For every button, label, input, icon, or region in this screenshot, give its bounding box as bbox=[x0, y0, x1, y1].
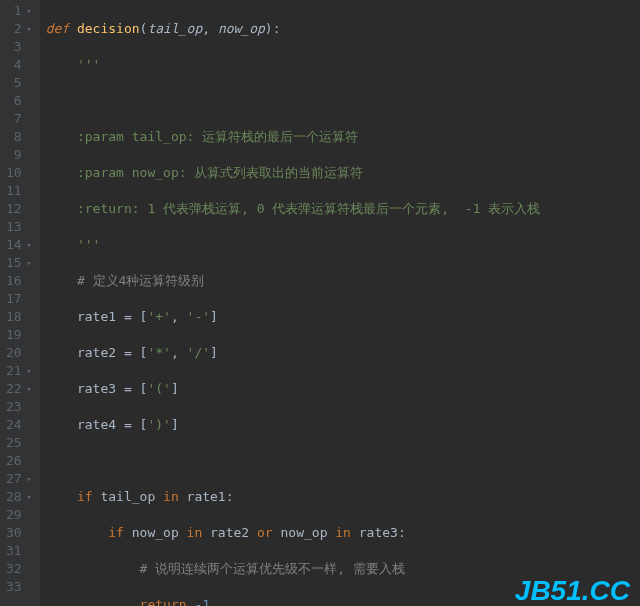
fold-icon[interactable]: ▾ bbox=[24, 488, 32, 506]
line-number: 22 bbox=[6, 380, 22, 398]
gutter-line: 29 bbox=[6, 506, 32, 524]
fold-icon[interactable]: ▾ bbox=[24, 362, 32, 380]
fold-icon[interactable]: ▾ bbox=[24, 236, 32, 254]
gutter-line: 11 bbox=[6, 182, 32, 200]
line-number: 17 bbox=[6, 290, 22, 308]
fold-icon[interactable]: ▾ bbox=[24, 20, 32, 38]
code-line: if tail_op in rate1: bbox=[46, 488, 541, 506]
line-number: 32 bbox=[6, 560, 22, 578]
gutter-line: 4 bbox=[6, 56, 32, 74]
line-number: 30 bbox=[6, 524, 22, 542]
code-line: def decision(tail_op, now_op): bbox=[46, 20, 541, 38]
code-line: :return: 1 代表弹栈运算, 0 代表弹运算符栈最后一个元素, -1 表… bbox=[46, 200, 541, 218]
line-number: 10 bbox=[6, 164, 22, 182]
code-line: rate2 = ['*', '/'] bbox=[46, 344, 541, 362]
line-number: 23 bbox=[6, 398, 22, 416]
gutter-line: 21▾ bbox=[6, 362, 32, 380]
line-number: 3 bbox=[14, 38, 22, 56]
code-line: rate1 = ['+', '-'] bbox=[46, 308, 541, 326]
line-number: 24 bbox=[6, 416, 22, 434]
fold-icon[interactable]: ▾ bbox=[24, 254, 32, 272]
fold-icon[interactable]: ▾ bbox=[24, 2, 32, 20]
line-number: 13 bbox=[6, 218, 22, 236]
gutter-line: 12 bbox=[6, 200, 32, 218]
gutter-line: 1▾ bbox=[6, 2, 32, 20]
code-line: rate3 = ['('] bbox=[46, 380, 541, 398]
gutter-line: 20 bbox=[6, 344, 32, 362]
gutter-line: 33 bbox=[6, 578, 32, 596]
line-number: 8 bbox=[14, 128, 22, 146]
gutter-line: 10 bbox=[6, 164, 32, 182]
gutter-line: 30 bbox=[6, 524, 32, 542]
line-number: 20 bbox=[6, 344, 22, 362]
line-number: 14 bbox=[6, 236, 22, 254]
line-number: 5 bbox=[14, 74, 22, 92]
gutter-line: 18 bbox=[6, 308, 32, 326]
code-line: :param tail_op: 运算符栈的最后一个运算符 bbox=[46, 128, 541, 146]
gutter-line: 32 bbox=[6, 560, 32, 578]
line-number: 7 bbox=[14, 110, 22, 128]
code-editor: 1▾2▾34567891011121314▾15▾161718192021▾22… bbox=[0, 0, 640, 606]
line-number: 4 bbox=[14, 56, 22, 74]
gutter-line: 31 bbox=[6, 542, 32, 560]
gutter-line: 22▾ bbox=[6, 380, 32, 398]
line-number: 29 bbox=[6, 506, 22, 524]
line-number: 31 bbox=[6, 542, 22, 560]
gutter-line: 13 bbox=[6, 218, 32, 236]
code-line: rate4 = [')'] bbox=[46, 416, 541, 434]
line-number: 12 bbox=[6, 200, 22, 218]
line-number: 33 bbox=[6, 578, 22, 596]
code-area: def decision(tail_op, now_op): ''' :para… bbox=[40, 0, 541, 606]
line-number: 1 bbox=[14, 2, 22, 20]
gutter-line: 5 bbox=[6, 74, 32, 92]
gutter-line: 2▾ bbox=[6, 20, 32, 38]
code-line: # 说明连续两个运算优先级不一样, 需要入栈 bbox=[46, 560, 541, 578]
code-line bbox=[46, 92, 541, 110]
gutter-line: 9 bbox=[6, 146, 32, 164]
gutter-line: 17 bbox=[6, 290, 32, 308]
code-line: ''' bbox=[46, 236, 541, 254]
code-line bbox=[46, 452, 541, 470]
line-number: 27 bbox=[6, 470, 22, 488]
code-line: if now_op in rate2 or now_op in rate3: bbox=[46, 524, 541, 542]
code-line: :param now_op: 从算式列表取出的当前运算符 bbox=[46, 164, 541, 182]
line-number: 21 bbox=[6, 362, 22, 380]
line-gutter: 1▾2▾34567891011121314▾15▾161718192021▾22… bbox=[0, 0, 40, 606]
line-number: 25 bbox=[6, 434, 22, 452]
gutter-line: 16 bbox=[6, 272, 32, 290]
line-number: 19 bbox=[6, 326, 22, 344]
gutter-line: 15▾ bbox=[6, 254, 32, 272]
line-number: 6 bbox=[14, 92, 22, 110]
gutter-line: 3 bbox=[6, 38, 32, 56]
code-line: ''' bbox=[46, 56, 541, 74]
line-number: 11 bbox=[6, 182, 22, 200]
gutter-line: 24 bbox=[6, 416, 32, 434]
line-number: 15 bbox=[6, 254, 22, 272]
gutter-line: 26 bbox=[6, 452, 32, 470]
line-number: 26 bbox=[6, 452, 22, 470]
line-number: 18 bbox=[6, 308, 22, 326]
gutter-line: 25 bbox=[6, 434, 32, 452]
code-line: # 定义4种运算符级别 bbox=[46, 272, 541, 290]
line-number: 2 bbox=[14, 20, 22, 38]
gutter-line: 23 bbox=[6, 398, 32, 416]
gutter-line: 14▾ bbox=[6, 236, 32, 254]
gutter-line: 19 bbox=[6, 326, 32, 344]
line-number: 9 bbox=[14, 146, 22, 164]
line-number: 28 bbox=[6, 488, 22, 506]
gutter-line: 6 bbox=[6, 92, 32, 110]
gutter-line: 7 bbox=[6, 110, 32, 128]
line-number: 16 bbox=[6, 272, 22, 290]
gutter-line: 27▾ bbox=[6, 470, 32, 488]
fold-icon[interactable]: ▾ bbox=[24, 470, 32, 488]
gutter-line: 28▾ bbox=[6, 488, 32, 506]
fold-icon[interactable]: ▾ bbox=[24, 380, 32, 398]
gutter-line: 8 bbox=[6, 128, 32, 146]
code-line: return -1 bbox=[46, 596, 541, 606]
